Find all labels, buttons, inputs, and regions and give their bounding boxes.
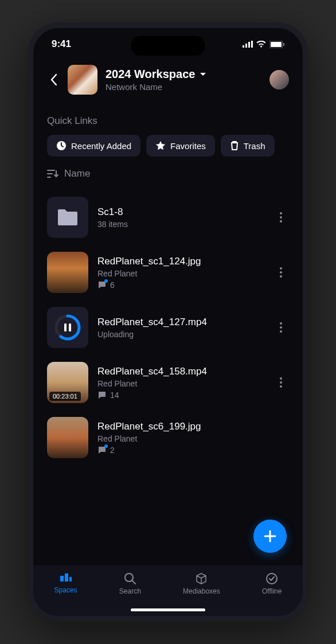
chip-recently-added[interactable]: Recently Added [47,135,140,157]
cube-icon [195,572,208,585]
folder-icon [57,208,79,227]
more-vertical-icon [280,212,282,223]
workspace-title: 2024 Workspace [106,68,195,81]
status-time: 9:41 [52,38,71,50]
notch [131,36,205,56]
device-frame: 9:41 2024 Workspace Network Name Quick L… [28,22,308,622]
more-button[interactable] [273,212,289,223]
home-indicator [131,608,205,611]
list-item[interactable]: Sc1-8 38 items [47,190,289,245]
list-item[interactable]: RedPlanet_sc4_127.mp4 Uploading [47,300,289,355]
svg-point-18 [280,322,282,325]
item-subtitle: Red Planet [97,434,289,443]
svg-point-13 [280,275,282,278]
comment-count: 14 [110,391,119,400]
video-thumbnail: 00:23:01 [47,362,88,403]
svg-rect-25 [65,573,68,581]
list-item[interactable]: 00:23:01 RedPlanet_sc4_158.mp4 Red Plane… [47,355,289,410]
file-list: Sc1-8 38 items RedPlanet_sc1_124.jpg Red… [33,184,303,465]
image-thumbnail [47,417,88,458]
comment-icon [97,280,107,290]
list-item[interactable]: RedPlanet_sc1_124.jpg Red Planet 6 [47,245,289,300]
quicklinks-title: Quick Links [33,102,303,135]
svg-point-10 [280,220,282,223]
svg-point-21 [280,377,282,380]
duration-badge: 00:23:01 [49,392,81,401]
tab-spaces[interactable]: Spaces [54,570,77,616]
chip-favorites[interactable]: Favorites [146,135,215,157]
star-icon [155,140,166,151]
unread-dot [104,279,108,283]
check-circle-icon [265,572,278,585]
item-title: RedPlanet_sc1_124.jpg [97,256,264,267]
sort-control[interactable]: Name [33,157,303,184]
back-button[interactable] [47,73,60,86]
tab-label: Mediaboxes [183,587,220,595]
workspace-selector[interactable]: 2024 Workspace [106,68,261,81]
cellular-icon [243,41,253,48]
row-body: RedPlanet_sc6_199.jpg Red Planet 2 [97,421,289,455]
sort-label: Name [64,168,90,179]
svg-point-23 [280,385,282,388]
svg-point-22 [280,381,282,384]
svg-rect-5 [271,42,282,47]
chip-label: Recently Added [71,141,131,151]
battery-icon [269,41,284,48]
add-button[interactable] [253,520,287,553]
trash-icon [230,140,239,151]
item-subtitle: 38 items [97,220,264,229]
item-title: RedPlanet_sc4_127.mp4 [97,317,264,328]
item-title: RedPlanet_sc4_158.mp4 [97,366,264,377]
item-subtitle: Red Planet [97,379,264,388]
chevron-left-icon [50,74,57,85]
item-title: Sc1-8 [97,206,264,218]
comment-count: 6 [110,280,115,290]
row-body: RedPlanet_sc4_127.mp4 Uploading [97,317,264,339]
clock-icon [56,140,67,151]
plus-icon [263,529,277,543]
upload-thumbnail [47,307,88,348]
svg-rect-3 [251,41,253,48]
list-item[interactable]: RedPlanet_sc6_199.jpg Red Planet 2 [47,410,289,465]
svg-point-28 [267,573,277,584]
tab-label: Offline [262,587,282,595]
row-body: RedPlanet_sc1_124.jpg Red Planet 6 [97,256,264,290]
item-subtitle: Red Planet [97,269,264,278]
upload-progress [54,314,81,341]
comment-icon [97,446,107,455]
image-thumbnail [47,252,88,293]
quicklinks-row: Recently Added Favorites Trash [33,135,303,157]
comment-icon [97,391,107,400]
svg-rect-1 [245,44,247,48]
more-button[interactable] [273,267,289,278]
comment-count: 2 [110,446,115,455]
spaces-icon [59,572,73,584]
chip-trash[interactable]: Trash [221,135,275,157]
item-meta: 2 [97,446,289,455]
sort-icon [47,169,58,178]
more-vertical-icon [280,377,282,388]
more-vertical-icon [280,322,282,333]
unread-dot [104,444,108,448]
header: 2024 Workspace Network Name [33,54,303,102]
chip-label: Trash [244,141,265,151]
row-body: Sc1-8 38 items [97,206,264,229]
workspace-thumbnail[interactable] [68,65,97,95]
search-icon [124,572,136,585]
tab-label: Search [119,587,141,595]
item-subtitle: Uploading [97,330,264,339]
svg-rect-16 [64,323,67,331]
more-vertical-icon [280,267,282,278]
tab-label: Spaces [54,586,77,594]
item-title: RedPlanet_sc6_199.jpg [97,421,289,432]
more-button[interactable] [273,377,289,388]
svg-point-19 [280,326,282,329]
more-button[interactable] [273,322,289,333]
folder-thumbnail [47,197,88,238]
avatar[interactable] [269,70,289,89]
item-meta: 14 [97,391,264,400]
svg-rect-17 [69,323,71,331]
row-body: RedPlanet_sc4_158.mp4 Red Planet 14 [97,366,264,400]
caret-down-icon [200,72,206,77]
tab-offline[interactable]: Offline [262,570,282,616]
